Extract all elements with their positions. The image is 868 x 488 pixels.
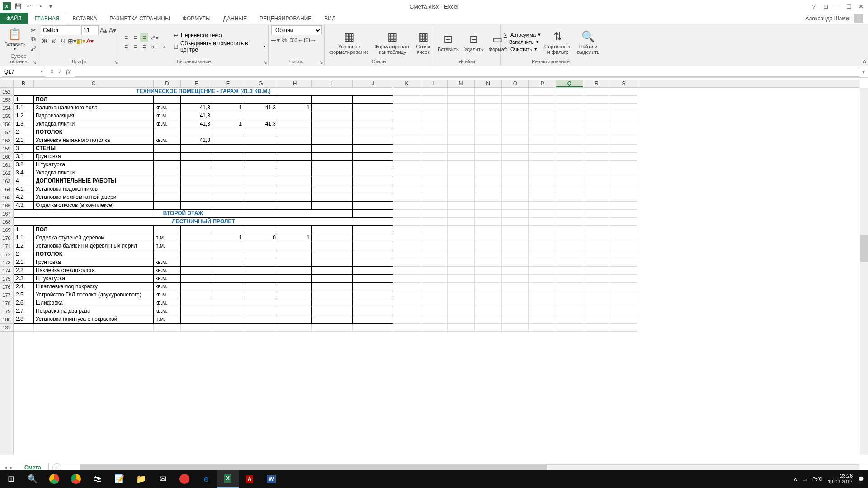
align-middle-icon[interactable]: ≡	[131, 33, 139, 42]
align-top-icon[interactable]: ≡	[122, 33, 130, 42]
align-right-icon[interactable]: ≡	[140, 42, 148, 51]
row-header[interactable]: 175	[0, 275, 13, 283]
user-account[interactable]: Александр Шамин	[801, 13, 868, 24]
accept-formula-icon[interactable]: ✓	[58, 69, 62, 75]
cut-icon[interactable]: ✂	[29, 26, 38, 34]
word-icon[interactable]: W	[260, 470, 282, 488]
col-header-K[interactable]: K	[393, 80, 420, 87]
clipboard-launcher-icon[interactable]: ↘	[33, 60, 37, 65]
row-header[interactable]: 179	[0, 307, 13, 315]
paste-button[interactable]: 📋 Вставить ▾	[3, 26, 28, 52]
row-header[interactable]: 161	[0, 161, 13, 169]
col-header-H[interactable]: H	[278, 80, 312, 87]
tab-review[interactable]: РЕЦЕНЗИРОВАНИЕ	[253, 13, 318, 24]
row-header[interactable]: 166	[0, 202, 13, 210]
vertical-scrollbar[interactable]	[860, 88, 868, 455]
start-button[interactable]: ⊞	[0, 470, 22, 488]
tray-network-icon[interactable]: ▭	[802, 476, 807, 482]
collapse-ribbon-icon[interactable]: ʌ	[863, 58, 866, 65]
row-header[interactable]: 170	[0, 234, 13, 242]
qat-customize-icon[interactable]: ▾	[47, 3, 54, 10]
col-header-S[interactable]: S	[610, 80, 637, 87]
font-size-input[interactable]	[81, 25, 99, 35]
tab-data[interactable]: ДАННЫЕ	[217, 13, 253, 24]
row-header[interactable]: 159	[0, 145, 13, 153]
col-header-D[interactable]: D	[154, 80, 181, 87]
col-header-M[interactable]: M	[448, 80, 475, 87]
tray-clock[interactable]: 23:26 19.09.2017	[828, 473, 853, 485]
tab-file[interactable]: ФАЙЛ	[0, 13, 28, 24]
col-header-G[interactable]: G	[244, 80, 278, 87]
number-format-select[interactable]: Общий	[271, 25, 322, 35]
row-header[interactable]: 152	[0, 88, 13, 96]
canary-icon[interactable]	[65, 470, 87, 488]
minimize-icon[interactable]: —	[832, 2, 843, 11]
row-header[interactable]: 156	[0, 120, 13, 128]
row-header[interactable]: 154	[0, 104, 13, 112]
decrease-font-icon[interactable]: A▾	[108, 26, 117, 34]
col-header-B[interactable]: B	[14, 80, 34, 87]
search-icon[interactable]: 🔍	[22, 470, 43, 488]
delete-cells-button[interactable]: ⊟ Удалить	[462, 31, 485, 53]
row-header[interactable]: 157	[0, 128, 13, 136]
conditional-format-button[interactable]: ▦ Условное форматирование	[327, 28, 371, 56]
col-header-E[interactable]: E	[181, 80, 212, 87]
close-icon[interactable]: ✕	[855, 2, 866, 11]
tab-home[interactable]: ГЛАВНАЯ	[28, 13, 66, 24]
increase-font-icon[interactable]: A▴	[99, 26, 108, 34]
row-header[interactable]: 181	[0, 324, 13, 332]
edge-icon[interactable]: e	[195, 470, 217, 488]
row-header[interactable]: 153	[0, 96, 13, 104]
store-icon[interactable]: 🛍	[87, 470, 108, 488]
comma-icon[interactable]: 000	[289, 36, 297, 44]
expand-formula-icon[interactable]: ▾	[859, 69, 868, 75]
insert-cells-button[interactable]: ⊞ Вставить	[436, 31, 461, 53]
sort-filter-button[interactable]: ⇅ Сортировка и фильтр	[542, 28, 573, 56]
accounting-icon[interactable]: ☰▾	[271, 36, 279, 44]
clear-button[interactable]: ◇ Очистить ▾	[504, 46, 541, 52]
excel-task-icon[interactable]: X	[217, 470, 239, 488]
row-header[interactable]: 177	[0, 291, 13, 299]
font-color-icon[interactable]: A▾	[86, 37, 94, 45]
italic-icon[interactable]: К	[50, 37, 58, 45]
col-header-L[interactable]: L	[420, 80, 448, 87]
cells-area[interactable]: ТЕХНИЧЕСКОЕ ПОМЕЩЕНИЕ - ГАРАЖ (41.3 КВ.М…	[14, 88, 860, 455]
align-bottom-icon[interactable]: ≡	[140, 33, 148, 42]
row-header[interactable]: 171	[0, 242, 13, 250]
orientation-icon[interactable]: ⤢▾	[150, 33, 158, 42]
col-header-R[interactable]: R	[583, 80, 610, 87]
row-header[interactable]: 176	[0, 283, 13, 291]
wrap-text-button[interactable]: ↩ Перенести текст	[172, 31, 265, 39]
mail-icon[interactable]: ✉	[152, 470, 174, 488]
cancel-formula-icon[interactable]: ✕	[50, 69, 54, 75]
percent-icon[interactable]: %	[280, 36, 288, 44]
row-header[interactable]: 172	[0, 250, 13, 258]
tab-insert[interactable]: ВСТАВКА	[66, 13, 103, 24]
fill-color-icon[interactable]: ◧▾	[77, 37, 85, 45]
row-header[interactable]: 165	[0, 193, 13, 202]
bold-icon[interactable]: Ж	[41, 37, 49, 45]
col-header-C[interactable]: C	[34, 80, 154, 87]
row-header[interactable]: 163	[0, 177, 13, 185]
font-launcher-icon[interactable]: ↘	[114, 60, 118, 65]
row-header[interactable]: 173	[0, 258, 13, 267]
tab-view[interactable]: ВИД	[318, 13, 342, 24]
row-header[interactable]: 167	[0, 210, 13, 218]
name-box[interactable]: Q17	[2, 67, 45, 77]
acrobat-icon[interactable]: A	[239, 470, 260, 488]
row-header[interactable]: 155	[0, 112, 13, 120]
select-all-corner[interactable]	[0, 80, 14, 88]
align-left-icon[interactable]: ≡	[122, 42, 130, 51]
alignment-launcher-icon[interactable]: ↘	[264, 60, 267, 65]
col-header-Q[interactable]: Q	[556, 80, 583, 87]
tray-lang[interactable]: РУС	[812, 476, 822, 482]
number-launcher-icon[interactable]: ↘	[320, 60, 323, 65]
col-header-N[interactable]: N	[475, 80, 502, 87]
copy-icon[interactable]: ⧉	[29, 35, 38, 43]
maximize-icon[interactable]: ☐	[844, 2, 854, 11]
cell-styles-button[interactable]: ▦ Стили ячеек	[414, 28, 432, 56]
format-table-button[interactable]: ▦ Форматировать как таблицу	[373, 28, 412, 56]
underline-icon[interactable]: Ч	[59, 37, 67, 45]
tab-formulas[interactable]: ФОРМУЛЫ	[176, 13, 217, 24]
row-header[interactable]: 169	[0, 226, 13, 234]
